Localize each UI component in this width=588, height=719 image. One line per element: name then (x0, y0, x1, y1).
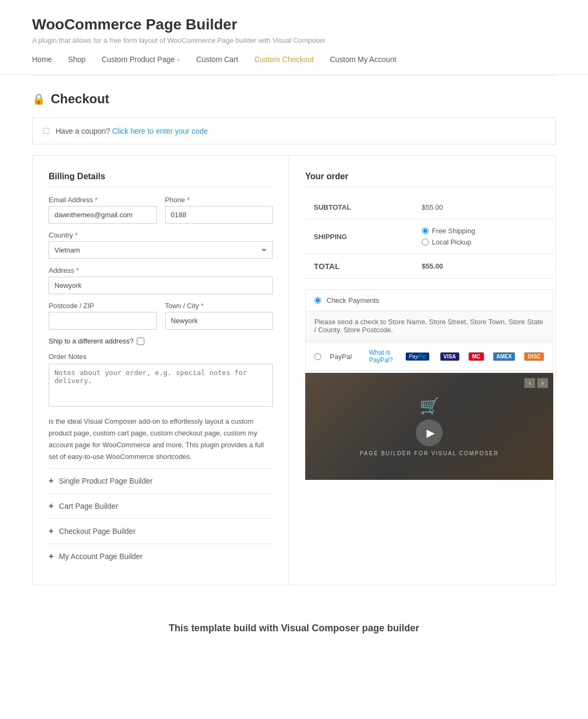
check-payment-option: Check Payments Please send a check to St… (305, 289, 553, 341)
nav-custom-cart[interactable]: Custom Cart (196, 55, 238, 64)
page-title: 🔒 Checkout (32, 91, 556, 106)
shipping-options: Free Shipping Local Pickup (422, 227, 545, 246)
lock-icon: 🔒 (32, 93, 45, 105)
phone-input[interactable] (165, 206, 273, 224)
address-label: Address * (49, 266, 273, 274)
nav-shop[interactable]: Shop (68, 55, 86, 64)
play-icon: ▶ (427, 426, 435, 439)
description-text: is the ideal Visual Composer add-on to e… (49, 416, 273, 463)
payment-section: Check Payments Please send a check to St… (305, 289, 553, 371)
free-shipping-option[interactable]: Free Shipping (422, 227, 545, 235)
total-label: TOTAL (305, 254, 413, 279)
accordion-item-product[interactable]: + Single Product Page Builder (49, 468, 273, 493)
bottom-text: This template build with Visual Composer… (0, 601, 588, 655)
checkout-grid: Billing Details Email Address * Phone * … (32, 155, 556, 585)
email-label: Email Address * (49, 196, 157, 204)
local-pickup-radio[interactable] (422, 239, 429, 246)
address-group: Address * (49, 266, 273, 294)
address-input[interactable] (49, 277, 273, 294)
amex-icon: AMEX (493, 352, 516, 361)
nav-custom-checkout[interactable]: Custom Checkout (254, 55, 314, 64)
paypal-payment-header[interactable]: PayPal What is PayPal? PayPal VISA MC AM… (306, 342, 553, 370)
accordion-item-myaccount[interactable]: + My Account Page Builder (49, 544, 273, 569)
coupon-tag-icon: □ (43, 125, 49, 136)
check-payment-radio[interactable] (314, 297, 321, 304)
accordion-label-checkout: Checkout Page Builder (59, 527, 135, 536)
country-group: Country * Vietnam (49, 231, 273, 259)
plus-icon: + (49, 476, 53, 486)
ship-different-row: Ship to a different address? (49, 337, 273, 345)
country-select[interactable]: Vietnam (49, 241, 273, 259)
paypal-payment-option: PayPal What is PayPal? PayPal VISA MC AM… (305, 342, 553, 371)
subtotal-row: SUBTOTAL $55.00 (305, 196, 553, 219)
order-column: Your order SUBTOTAL $55.00 SHIPPING (289, 156, 569, 585)
ship-different-label: Ship to a different address? (49, 337, 134, 345)
phone-group: Phone * (165, 196, 273, 224)
paypal-what-link[interactable]: What is PayPal? (369, 349, 393, 364)
visa-card-icon: VISA (440, 352, 460, 361)
order-table: SUBTOTAL $55.00 SHIPPING Free Shipping (305, 196, 553, 279)
accordion-label-myaccount: My Account Page Builder (59, 552, 142, 561)
email-group: Email Address * (49, 196, 157, 224)
accordion-label-cart: Cart Page Builder (59, 502, 118, 510)
mastercard-icon: MC (468, 352, 484, 361)
shipping-row: SHIPPING Free Shipping Local Pickup (305, 219, 553, 254)
video-nav: ‹ › (524, 378, 548, 388)
chevron-down-icon: ● (177, 57, 180, 63)
subtotal-value: $55.00 (413, 196, 553, 219)
plus-icon-cart: + (49, 501, 53, 511)
postcode-input[interactable] (49, 312, 157, 330)
site-header: WooCommerce Page Builder A plugin that a… (0, 0, 588, 55)
postcode-group: Postcode / ZIP (49, 302, 157, 330)
accordion-item-cart[interactable]: + Cart Page Builder (49, 493, 273, 518)
accordion-item-checkout[interactable]: + Checkout Page Builder (49, 518, 273, 544)
shipping-label: SHIPPING (305, 219, 413, 254)
order-notes-group: Order Notes (49, 353, 273, 408)
city-group: Town / City * (165, 302, 273, 330)
coupon-text: Have a coupon? Click here to enter your … (56, 127, 208, 135)
city-input[interactable] (165, 312, 273, 330)
total-row: TOTAL $55.00 (305, 254, 553, 279)
nav-custom-product-page[interactable]: Custom Product Page ● (102, 55, 180, 64)
email-phone-row: Email Address * Phone * (49, 196, 273, 224)
coupon-link[interactable]: Click here to enter your code (112, 127, 208, 135)
paypal-radio[interactable] (314, 353, 321, 360)
plus-icon-myaccount: + (49, 552, 53, 561)
video-title: PAGE BUILDER FOR VISUAL COMPOSER (360, 450, 499, 456)
postcode-label: Postcode / ZIP (49, 302, 157, 310)
billing-column: Billing Details Email Address * Phone * … (33, 156, 289, 585)
free-shipping-radio[interactable] (422, 227, 429, 234)
page-content: 🔒 Checkout □ Have a coupon? Click here t… (0, 75, 588, 601)
accordion: + Single Product Page Builder + Cart Pag… (49, 468, 273, 569)
local-pickup-label: Local Pickup (432, 238, 471, 246)
nav-custom-my-account[interactable]: Custom My Account (330, 55, 397, 64)
order-notes-label: Order Notes (49, 353, 273, 361)
email-input[interactable] (49, 206, 157, 224)
main-nav: Home Shop Custom Product Page ● Custom C… (0, 55, 588, 75)
video-prev-button[interactable]: ‹ (524, 378, 535, 388)
video-section: 🛒 ▶ PAGE BUILDER FOR VISUAL COMPOSER ‹ › (305, 373, 553, 480)
site-title: WooCommerce Page Builder (32, 16, 556, 33)
check-payment-label: Check Payments (327, 296, 379, 304)
postcode-city-row: Postcode / ZIP Town / City * (49, 302, 273, 330)
coupon-banner[interactable]: □ Have a coupon? Click here to enter you… (32, 117, 556, 144)
video-background: 🛒 ▶ PAGE BUILDER FOR VISUAL COMPOSER (305, 373, 553, 480)
nav-home[interactable]: Home (32, 55, 52, 64)
ship-different-checkbox[interactable] (137, 338, 144, 345)
total-value: $55.00 (413, 254, 553, 279)
play-button[interactable]: ▶ (416, 419, 443, 446)
plus-icon-checkout: + (49, 526, 53, 536)
order-title: Your order (305, 172, 553, 187)
site-tagline: A plugin that allows for a free form lay… (32, 36, 556, 44)
billing-title: Billing Details (49, 172, 273, 187)
paypal-logo: PayPal (406, 353, 429, 361)
discover-icon: DISC (524, 352, 544, 361)
free-shipping-label: Free Shipping (432, 227, 475, 235)
phone-label: Phone * (165, 196, 273, 204)
check-payment-header[interactable]: Check Payments (306, 290, 553, 311)
local-pickup-option[interactable]: Local Pickup (422, 238, 545, 246)
video-next-button[interactable]: › (537, 378, 548, 388)
city-label: Town / City * (165, 302, 273, 310)
order-notes-textarea[interactable] (49, 364, 273, 407)
accordion-label-product: Single Product Page Builder (59, 477, 152, 485)
